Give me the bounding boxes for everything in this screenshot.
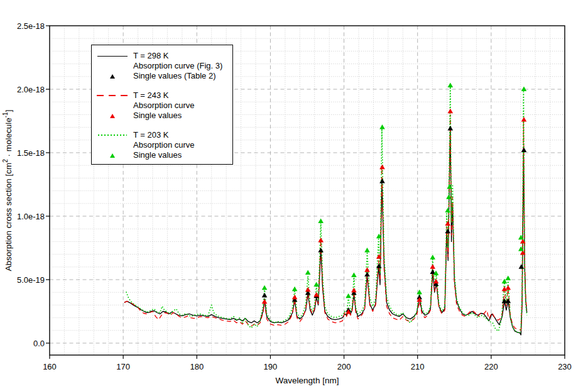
markers-t298 <box>262 126 527 312</box>
markers-t243 <box>262 109 527 314</box>
svg-text:5.0e-19: 5.0e-19 <box>17 275 45 285</box>
svg-text:180: 180 <box>190 362 204 371</box>
y-tick-labels: 0.05.0e-191.0e-181.5e-182.0e-182.5e-18 <box>17 21 45 348</box>
svg-text:230: 230 <box>558 362 572 371</box>
y-axis-title: Absorption cross section [cm2 · molecule… <box>2 110 13 271</box>
legend-curve-label: Absorption curve <box>133 101 195 111</box>
svg-text:210: 210 <box>411 362 425 371</box>
legend-temp-label: T = 203 K <box>133 130 169 140</box>
svg-text:1.5e-18: 1.5e-18 <box>17 148 45 158</box>
svg-text:220: 220 <box>484 362 498 371</box>
legend-curve-label: Absorption curve (Fig. 3) <box>133 61 222 71</box>
svg-text:Wavelength [nm]: Wavelength [nm] <box>276 376 339 385</box>
svg-text:2.5e-18: 2.5e-18 <box>17 21 45 31</box>
svg-text:200: 200 <box>337 362 351 371</box>
svg-text:1.0e-18: 1.0e-18 <box>17 212 45 221</box>
svg-text:190: 190 <box>264 362 278 371</box>
svg-text:160: 160 <box>43 362 57 371</box>
line-sample-203k <box>92 134 133 136</box>
line-sample-298k <box>92 56 133 57</box>
marker-sample-243k <box>92 114 133 118</box>
legend-group-243k: T = 243 K Absorption curve Single values <box>92 90 232 121</box>
legend-values-label: Single values <box>133 150 182 160</box>
marker-sample-298k <box>92 74 133 79</box>
legend-group-203k: T = 203 K Absorption curve Single values <box>92 130 232 160</box>
legend-temp-label: T = 298 K <box>133 51 169 61</box>
chart-canvas: 1601701801902002102202300.05.0e-191.0e-1… <box>0 0 588 389</box>
svg-text:170: 170 <box>116 362 130 371</box>
legend-curve-label: Absorption curve <box>133 140 195 150</box>
x-tick-labels: 160170180190200210220230 <box>43 362 572 371</box>
svg-text:Absorption cross section [cm2: Absorption cross section [cm2 · molecule… <box>2 110 13 271</box>
svg-text:0.0: 0.0 <box>33 339 45 348</box>
legend-values-label: Single values (Table 2) <box>133 71 216 81</box>
x-axis-title: Wavelength [nm] <box>276 376 339 385</box>
spectra-plot: 1601701801902002102202300.05.0e-191.0e-1… <box>0 0 588 389</box>
svg-text:2.0e-18: 2.0e-18 <box>17 85 45 94</box>
line-sample-243k <box>92 95 133 96</box>
marker-sample-203k <box>92 153 133 158</box>
legend: T = 298 K Absorption curve (Fig. 3) Sing… <box>91 45 233 165</box>
legend-temp-label: T = 243 K <box>133 90 169 101</box>
legend-values-label: Single values <box>133 111 182 121</box>
legend-group-298k: T = 298 K Absorption curve (Fig. 3) Sing… <box>92 51 232 81</box>
